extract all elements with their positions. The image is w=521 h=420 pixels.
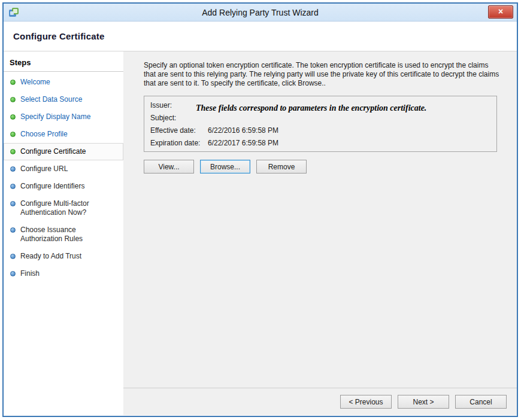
- next-button[interactable]: Next >: [398, 395, 449, 409]
- instructions-text: Specify an optional token encryption cer…: [144, 61, 499, 88]
- step-label: Configure Certificate: [20, 147, 86, 156]
- sidebar-step-finish: Finish: [4, 265, 123, 282]
- sidebar-step-choose-issuance-rules: Choose Issuance Authorization Rules: [4, 221, 123, 248]
- sidebar-step-configure-identifiers: Configure Identifiers: [4, 178, 123, 195]
- cert-field-label: Subject:: [150, 114, 208, 123]
- cert-field-label: Expiration date:: [150, 139, 208, 148]
- titlebar[interactable]: Add Relying Party Trust Wizard ×: [4, 4, 517, 22]
- step-label: Choose Issuance Authorization Rules: [20, 226, 111, 244]
- step-label: Specify Display Name: [20, 112, 90, 121]
- certificate-details-box: Issuer: Subject: Effective date: 6/22/20…: [144, 96, 497, 152]
- sidebar-step-configure-mfa: Configure Multi-factor Authentication No…: [4, 195, 123, 221]
- annotation-note: These fields correspond to parameters in…: [196, 104, 426, 113]
- cancel-button[interactable]: Cancel: [455, 395, 507, 409]
- page-header: Configure Certificate: [4, 22, 517, 51]
- step-todo-icon: [10, 254, 16, 259]
- previous-button[interactable]: < Previous: [340, 395, 392, 409]
- step-label: Configure Identifiers: [20, 182, 84, 191]
- sidebar-step-specify-display-name[interactable]: Specify Display Name: [4, 108, 123, 126]
- main-panel: Specify an optional token encryption cer…: [123, 51, 517, 415]
- app-icon: [8, 7, 19, 18]
- step-label: Configure Multi-factor Authentication No…: [20, 199, 111, 217]
- step-label: Select Data Source: [20, 95, 82, 104]
- cert-field-label: Effective date:: [150, 126, 208, 135]
- certificate-actions: View... Browse... Remove: [144, 160, 502, 174]
- sidebar-step-welcome[interactable]: Welcome: [4, 74, 123, 91]
- sidebar-step-configure-certificate: Configure Certificate: [4, 143, 123, 160]
- cert-field-value: 6/22/2016 6:59:58 PM: [208, 126, 278, 135]
- cert-field-value: 6/22/2017 6:59:58 PM: [208, 139, 278, 148]
- steps-sidebar: Steps Welcome Select Data Source Specify…: [4, 51, 123, 415]
- sidebar-step-ready-to-add-trust: Ready to Add Trust: [4, 248, 123, 265]
- browse-button[interactable]: Browse...: [200, 160, 250, 174]
- step-label: Configure URL: [20, 165, 68, 174]
- step-label: Choose Profile: [20, 130, 68, 139]
- sidebar-step-choose-profile[interactable]: Choose Profile: [4, 126, 123, 143]
- step-done-icon: [10, 97, 16, 102]
- wizard-footer: < Previous Next > Cancel: [123, 388, 517, 415]
- sidebar-step-configure-url: Configure URL: [4, 160, 123, 178]
- page-title: Configure Certificate: [13, 31, 105, 41]
- window-title: Add Relying Party Trust Wizard: [4, 8, 517, 17]
- step-label: Welcome: [20, 78, 50, 87]
- cert-field-effective-date: Effective date: 6/22/2016 6:59:58 PM: [150, 126, 490, 135]
- step-todo-icon: [10, 184, 16, 189]
- step-todo-icon: [10, 227, 16, 233]
- step-todo-icon: [10, 166, 16, 172]
- step-done-icon: [10, 114, 16, 120]
- step-label: Finish: [20, 269, 40, 278]
- cert-field-expiration-date: Expiration date: 6/22/2017 6:59:58 PM: [150, 139, 490, 148]
- step-todo-icon: [10, 271, 16, 276]
- wizard-window: Add Relying Party Trust Wizard × Configu…: [2, 2, 518, 417]
- sidebar-step-select-data-source[interactable]: Select Data Source: [4, 91, 123, 108]
- step-todo-icon: [10, 201, 16, 206]
- step-done-icon: [10, 80, 16, 85]
- cert-field-subject: Subject:: [150, 114, 490, 123]
- step-current-icon: [10, 149, 16, 154]
- steps-title: Steps: [4, 56, 123, 72]
- step-label: Ready to Add Trust: [20, 252, 81, 261]
- close-button[interactable]: ×: [488, 5, 513, 19]
- view-button[interactable]: View...: [144, 160, 194, 174]
- step-done-icon: [10, 132, 16, 137]
- remove-button[interactable]: Remove: [256, 160, 307, 174]
